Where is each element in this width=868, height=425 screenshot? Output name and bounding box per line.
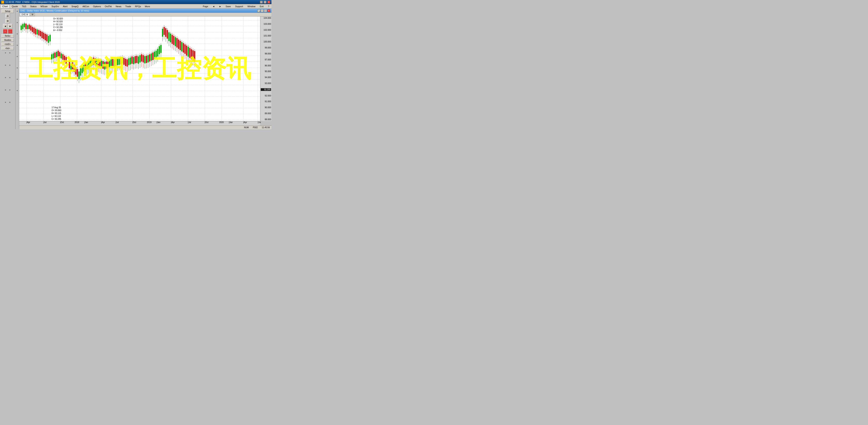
svg-rect-215	[194, 51, 195, 62]
svg-rect-213	[192, 50, 194, 61]
list-btn[interactable]: <list>	[1, 46, 14, 50]
menu-allcon[interactable]: AllCon	[81, 4, 91, 8]
setup-btn[interactable]: Setup	[1, 9, 14, 13]
time-label-apr20: |Apr	[243, 121, 247, 124]
svg-rect-141	[135, 56, 136, 63]
time-label-jul17: |Jul	[43, 121, 46, 124]
chart-status-bar: NUM P002 11:45:56	[19, 126, 272, 129]
menu-trade[interactable]: Trade	[123, 4, 133, 8]
svg-rect-61	[70, 63, 71, 70]
svg-rect-167	[156, 51, 157, 58]
svg-rect-181	[167, 30, 168, 39]
zoom-out-icon[interactable]: -	[8, 29, 12, 34]
chart-search-btn[interactable]: 🔍	[257, 9, 260, 12]
menu-alert[interactable]: Alert	[61, 4, 69, 8]
nav-dot-5	[5, 77, 6, 78]
svg-rect-173	[160, 45, 161, 53]
save-btn[interactable]: Save	[224, 4, 233, 8]
time-label-jul19: |Jul	[188, 121, 191, 124]
svg-rect-155	[146, 56, 147, 63]
menu-ordtkt[interactable]: OrdTkt	[103, 4, 114, 8]
rescl-btn[interactable]: ReSci	[1, 34, 14, 38]
svg-rect-45	[56, 52, 57, 57]
svg-rect-97	[99, 60, 100, 67]
svg-rect-113	[112, 59, 114, 66]
svg-rect-19	[35, 29, 36, 34]
help-btn[interactable]: ?	[266, 4, 271, 8]
svg-rect-133	[128, 58, 129, 65]
title-text: 11:45:55 P002 174856 - CQG Integrated Cl…	[5, 1, 60, 3]
svg-rect-151	[143, 55, 144, 62]
svg-rect-209	[189, 48, 190, 58]
side-dot-5	[17, 56, 18, 57]
time-label-jul20: |Jul	[258, 121, 261, 124]
svg-rect-49	[59, 52, 60, 58]
price-label-97: 97.000	[261, 59, 271, 61]
move-right-icon[interactable]: ▶	[8, 24, 12, 28]
svg-rect-91	[94, 58, 96, 66]
chart-canvas[interactable]: 工控资讯，工控资讯	[19, 17, 260, 121]
svg-rect-43	[54, 53, 56, 58]
close-btn[interactable]: ✕	[267, 1, 270, 3]
nav-dot-10	[9, 102, 10, 103]
svg-rect-103	[104, 62, 105, 69]
menu-chart[interactable]: Chart	[0, 4, 10, 8]
svg-rect-83	[88, 61, 89, 68]
svg-rect-95	[98, 59, 99, 67]
price-label-104: 104.000	[261, 17, 271, 19]
svg-rect-77	[83, 65, 84, 71]
chart-minimize-btn[interactable]: ─	[261, 9, 264, 12]
support-btn[interactable]: Support	[233, 4, 245, 8]
menu-mscan[interactable]: MScan	[38, 4, 49, 8]
price-label-99: 99.000	[261, 46, 271, 49]
svg-rect-1	[21, 26, 22, 30]
menu-bar: Chart Quote T&S Status MScan SupSrv Aler…	[0, 4, 272, 9]
chart-restore-btn[interactable]: □	[264, 9, 267, 12]
page-btn[interactable]: Page	[201, 4, 210, 8]
svg-rect-137	[131, 57, 133, 64]
menu-news[interactable]: News	[114, 4, 123, 8]
menu-status[interactable]: Status	[28, 4, 38, 8]
window-btn[interactable]: Window	[245, 4, 257, 8]
chart-tab-w[interactable]: W	[30, 13, 35, 16]
exit-btn[interactable]: Exit	[258, 4, 266, 8]
menu-options[interactable]: Options	[91, 4, 103, 8]
side-dot-2	[17, 22, 18, 23]
studies-btn[interactable]: Studies	[1, 38, 14, 42]
svg-rect-175	[162, 29, 163, 36]
menu-more[interactable]: More	[143, 4, 152, 8]
chart-title: DXE - Dollar Index (ICE), Weekly Continu…	[21, 9, 89, 12]
chart-title-controls[interactable]: 🔍 ─ □ ✕	[257, 9, 270, 12]
settings-icon[interactable]: ⚙	[5, 19, 10, 23]
zoom-in-icon[interactable]: +	[3, 29, 7, 34]
minimize-btn[interactable]: ─	[260, 1, 263, 3]
nav-dot-7	[5, 90, 6, 91]
menu-supsrv[interactable]: SupSrv	[50, 4, 61, 8]
nav-dot-2	[9, 52, 10, 54]
svg-rect-109	[109, 60, 110, 67]
svg-rect-65	[74, 65, 75, 72]
maximize-btn[interactable]: □	[264, 1, 267, 3]
chart-tab-dxe[interactable]: DXE.W	[20, 13, 30, 16]
move-left-icon[interactable]: ◀	[3, 24, 7, 28]
menu-ts[interactable]: T&S	[20, 4, 28, 8]
svg-rect-41	[53, 54, 54, 58]
chart-close-btn[interactable]: ✕	[267, 9, 270, 12]
side-dot-1	[17, 11, 18, 12]
svg-rect-31	[45, 34, 46, 40]
intd-btn[interactable]: <IntD>	[1, 42, 14, 46]
menu-snapq[interactable]: SnapQ	[69, 4, 80, 8]
main-layout: Setup 🖨 ⚙ ◀ ▶ + - ReSci Studies <IntD> <…	[0, 9, 272, 129]
svg-rect-193	[176, 38, 178, 47]
next-btn[interactable]: ►	[217, 4, 223, 8]
bottom-date: 17 Aug 20	[52, 106, 61, 109]
ohlc-high: H= 92.820	[53, 20, 63, 23]
price-label-88: 88.000	[261, 118, 271, 121]
prev-btn[interactable]: ◄	[211, 4, 217, 8]
print-icon[interactable]: 🖨	[5, 13, 10, 18]
menu-quote[interactable]: Quote	[10, 4, 20, 8]
menu-rfqs[interactable]: RFQs	[133, 4, 143, 8]
svg-rect-47	[58, 51, 59, 57]
bottom-high: H= 93.115	[52, 112, 61, 115]
window-controls[interactable]: ─ □ ✕	[260, 1, 270, 3]
